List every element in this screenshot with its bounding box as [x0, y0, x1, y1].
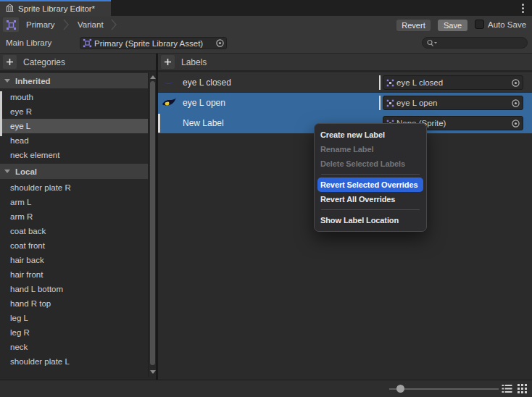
save-button[interactable]: Save [438, 20, 467, 31]
sprite-field-value: eye L open [396, 99, 437, 107]
object-picker-icon[interactable] [511, 99, 520, 108]
override-indicator [0, 91, 2, 136]
search-icon [426, 39, 438, 47]
menu-item-revert-all-overrides[interactable]: Revert All Overrides [315, 192, 426, 206]
categories-header: Categories [0, 54, 156, 72]
override-bar [379, 96, 381, 110]
category-item[interactable]: neck element [0, 148, 148, 162]
section-local[interactable]: Local [0, 164, 148, 179]
labels-header: Labels [158, 54, 532, 72]
main-library-field[interactable]: Primary (Sprite Library Asset) [80, 37, 227, 49]
category-item[interactable]: coat back [0, 224, 148, 238]
category-item[interactable]: hand L bottom [0, 282, 148, 296]
category-item[interactable]: arm L [0, 195, 148, 209]
menu-separator [321, 209, 420, 210]
label-row[interactable]: eye L closed eye L closed [158, 72, 532, 93]
sprite-thumbnail-open-eye [162, 97, 176, 109]
foldout-arrow-icon [4, 79, 10, 83]
sprite-thumbnail-closed-eye [162, 77, 176, 88]
menu-item-revert-selected-overrides[interactable]: Revert Selected Overrides [317, 177, 423, 192]
library-toolbar: Main Library Primary (Sprite Library Ass… [0, 33, 532, 54]
list-view-icon[interactable] [502, 384, 512, 393]
label-name: eye L closed [183, 78, 231, 88]
scroll-down-icon[interactable] [150, 370, 156, 374]
slider-knob[interactable] [396, 385, 404, 393]
category-item[interactable]: hand R top [0, 296, 148, 311]
label-name: New Label [183, 118, 224, 128]
tab-title: Sprite Library Editor* [18, 4, 95, 13]
foldout-arrow-icon [4, 170, 10, 173]
bottom-bar [0, 380, 532, 397]
library-breadcrumb-icon [3, 17, 19, 32]
menu-item-create-new-label[interactable]: Create new Label [315, 128, 426, 142]
menu-item-delete-selected-labels: Delete Selected Labels [315, 156, 426, 171]
category-item[interactable]: neck [0, 340, 148, 354]
category-item[interactable]: hair back [0, 253, 148, 267]
category-item[interactable]: leg R [0, 325, 148, 340]
sprite-object-field[interactable]: eye L closed [383, 75, 523, 90]
override-row-indicator [158, 114, 160, 133]
categories-panel: Categories Inherited mouth eye R eye L h… [0, 54, 156, 380]
tab-bar: Sprite Library Editor* [0, 0, 532, 16]
main-library-value: Primary (Sprite Library Asset) [94, 39, 203, 48]
category-item[interactable]: arm R [0, 209, 148, 224]
breadcrumb-chevron-icon [62, 17, 70, 32]
breadcrumb-primary[interactable]: Primary [26, 16, 55, 33]
section-inherited[interactable]: Inherited [0, 73, 148, 88]
plus-icon [164, 58, 172, 66]
auto-save-checkbox[interactable] [475, 20, 484, 29]
add-category-button[interactable] [3, 55, 17, 69]
category-item[interactable]: hair front [0, 267, 148, 282]
thumbnail-size-slider[interactable] [389, 388, 499, 390]
menu-item-show-label-location[interactable]: Show Label Location [315, 213, 426, 227]
category-item[interactable]: shoulder plate L [0, 354, 148, 369]
scroll-up-icon[interactable] [150, 75, 156, 79]
category-item-selected[interactable]: eye L [0, 119, 148, 133]
category-item[interactable]: head [0, 133, 148, 148]
tab-sprite-library-editor[interactable]: Sprite Library Editor* [0, 0, 111, 16]
grid-view-icon[interactable] [518, 384, 527, 393]
object-picker-icon[interactable] [511, 119, 520, 128]
sprite-field-value: eye L closed [396, 78, 443, 87]
override-bar [379, 75, 381, 90]
category-item[interactable]: shoulder plate R [0, 180, 148, 195]
category-item[interactable]: mouth [0, 90, 148, 104]
object-picker-icon[interactable] [215, 38, 225, 48]
sprite-library-icon [5, 2, 14, 15]
search-input[interactable] [422, 37, 528, 49]
sprite-icon [386, 79, 394, 87]
labels-title: Labels [181, 57, 207, 67]
revert-button[interactable]: Revert [396, 20, 431, 31]
section-label: Inherited [15, 77, 51, 85]
sprite-asset-icon [83, 38, 92, 48]
breadcrumb-chevron-icon [110, 17, 117, 32]
categories-title: Categories [23, 57, 65, 67]
categories-list: Inherited mouth eye R eye L head neck el… [0, 73, 148, 369]
categories-scrollbar[interactable] [148, 72, 156, 377]
label-row-selected[interactable]: eye L open eye L open [158, 93, 532, 113]
sprite-icon [386, 99, 394, 107]
breadcrumb-variant[interactable]: Variant [78, 16, 104, 33]
menu-item-rename-label: Rename Label [315, 142, 426, 156]
section-label: Local [15, 167, 37, 176]
sprite-object-field[interactable]: eye L open [383, 96, 523, 110]
add-label-button[interactable] [161, 55, 175, 69]
label-name: eye L open [183, 98, 225, 108]
menu-separator [321, 174, 420, 175]
main-library-label: Main Library [6, 33, 51, 53]
context-menu: Create new Label Rename Label Delete Sel… [314, 123, 427, 232]
object-picker-icon[interactable] [511, 78, 520, 88]
breadcrumb-bar: Primary Variant Revert Save Auto Save [0, 16, 532, 33]
auto-save-label: Auto Save [488, 16, 526, 33]
scrollbar-thumb[interactable] [150, 81, 155, 365]
category-item[interactable]: leg L [0, 311, 148, 325]
plus-icon [6, 58, 14, 66]
category-item[interactable]: coat front [0, 238, 148, 253]
menu-kebab-icon[interactable] [522, 4, 524, 14]
category-item[interactable]: eye R [0, 104, 148, 119]
